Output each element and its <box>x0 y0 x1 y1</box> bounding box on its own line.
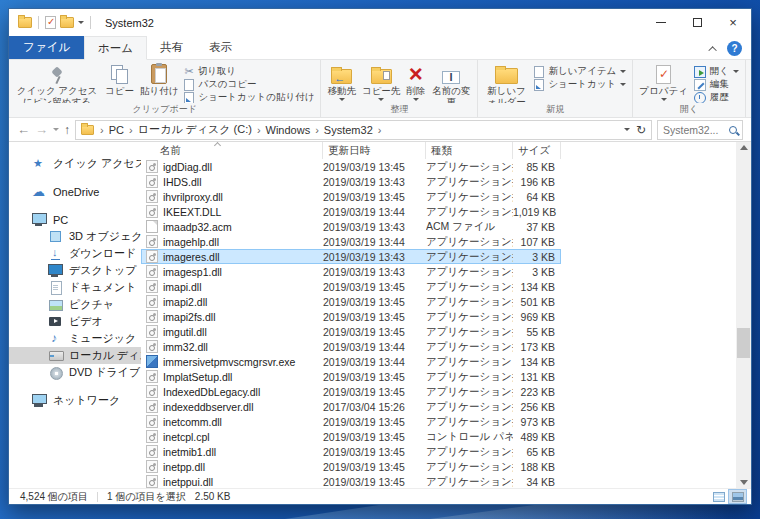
sidebar-item-label: クイック アクセス <box>53 156 141 171</box>
sidebar-item[interactable]: ピクチャ <box>9 296 141 313</box>
file-row[interactable]: imagehlp.dll 2019/03/19 13:44 アプリケーション拡張… <box>141 234 561 249</box>
sidebar-item[interactable]: クイック アクセス <box>9 155 141 172</box>
column-header-size[interactable]: サイズ <box>513 142 561 159</box>
forward-button[interactable]: → <box>35 123 48 136</box>
paste-shortcut-button[interactable]: ショートカットの貼り付け <box>181 91 317 103</box>
select-none-button[interactable]: 選択解除 <box>749 78 751 91</box>
close-icon: × <box>729 16 737 29</box>
file-row[interactable]: imapi2fs.dll 2019/03/19 13:45 アプリケーション拡張… <box>141 309 561 324</box>
sidebar-item[interactable]: OneDrive <box>9 183 141 200</box>
sidebar-item[interactable]: デスクトップ <box>9 262 141 279</box>
file-row[interactable]: IHDS.dll 2019/03/19 13:43 アプリケーション拡張 196… <box>141 174 561 189</box>
select-all-button[interactable]: すべて選択 <box>749 65 751 78</box>
sidebar-item[interactable]: ローカル ディスク (C:) <box>9 347 141 364</box>
copy-to-button[interactable]: コピー先 <box>359 62 403 102</box>
minimize-button[interactable] <box>643 9 679 36</box>
sidebar-item[interactable]: ネットワーク <box>9 392 141 409</box>
file-row[interactable]: IndexedDbLegacy.dll 2019/03/19 13:45 アプリ… <box>141 384 561 399</box>
column-header-type[interactable]: 種類 <box>426 142 513 159</box>
sidebar-item-icon <box>32 394 47 407</box>
breadcrumb[interactable]: › PC › ローカル ディスク (C:) › Windows › System… <box>75 120 652 140</box>
edit-button[interactable]: 編集 <box>691 78 742 91</box>
close-button[interactable]: × <box>715 9 751 36</box>
shortcut-button[interactable]: ショートカット <box>531 78 629 91</box>
collapse-ribbon-icon[interactable] <box>708 46 716 54</box>
details-view-button[interactable] <box>709 489 728 504</box>
thumbnails-view-button[interactable] <box>728 489 747 504</box>
title-bar[interactable]: System32 × <box>9 9 751 36</box>
file-row[interactable]: inetpp.dll 2019/03/19 13:45 アプリケーション拡張 1… <box>141 459 561 474</box>
delete-button[interactable]: × 削除 <box>403 62 428 102</box>
file-row[interactable]: ihvrilproxy.dll 2019/03/19 13:45 アプリケーショ… <box>141 189 561 204</box>
paste-button[interactable]: 貼り付け <box>137 62 181 98</box>
cut-button[interactable]: ✂ 切り取り <box>181 65 317 78</box>
breadcrumb-segment[interactable]: System32 <box>321 124 376 136</box>
sidebar-item[interactable]: ダウンロード <box>9 245 141 262</box>
qat-new-folder-icon[interactable] <box>60 17 74 28</box>
file-row[interactable]: ImplatSetup.dll 2019/03/19 13:45 アプリケーショ… <box>141 369 561 384</box>
tab-share[interactable]: 共有 <box>147 36 196 59</box>
sidebar-item[interactable]: ドキュメント <box>9 279 141 296</box>
file-row[interactable]: imageres.dll 2019/03/19 13:43 アプリケーション拡張… <box>141 249 561 264</box>
back-button[interactable]: ← <box>17 123 30 136</box>
delete-chevron-icon <box>413 98 419 101</box>
properties-button[interactable]: プロパティ <box>636 62 691 102</box>
sidebar-item[interactable]: 3D オブジェクト <box>9 228 141 245</box>
scroll-down-icon[interactable] <box>740 480 748 485</box>
copy-path-button[interactable]: パスのコピー <box>181 78 317 91</box>
file-row[interactable]: IKEEXT.DLL 2019/03/19 13:44 アプリケーション拡張 1… <box>141 204 561 219</box>
maximize-button[interactable] <box>679 9 715 36</box>
column-header-date[interactable]: 更新日時 <box>323 142 426 159</box>
scrollbar-track[interactable] <box>736 150 751 480</box>
help-icon[interactable]: ? <box>727 41 742 56</box>
rename-button[interactable]: 名前の変更 <box>428 62 474 103</box>
paste-shortcut-icon <box>184 92 194 104</box>
file-row[interactable]: imagesp1.dll 2019/03/19 13:43 アプリケーション拡張… <box>141 264 561 279</box>
tab-view[interactable]: 表示 <box>196 36 245 59</box>
file-row[interactable]: imgutil.dll 2019/03/19 13:45 アプリケーション拡張 … <box>141 324 561 339</box>
breadcrumb-segment[interactable]: ローカル ディスク (C:) <box>135 122 255 137</box>
new-item-button[interactable]: 新しいアイテム <box>531 65 629 78</box>
move-to-button[interactable]: ← 移動先 <box>324 62 359 102</box>
file-row[interactable]: indexeddbserver.dll 2017/03/04 15:26 アプリ… <box>141 399 561 414</box>
up-button[interactable]: ↑ <box>64 124 70 136</box>
file-name: imaadp32.acm <box>163 221 232 233</box>
file-row[interactable]: imm32.dll 2019/03/19 13:44 アプリケーション拡張 17… <box>141 339 561 354</box>
invert-selection-button[interactable]: 選択の切り替え <box>749 91 751 103</box>
file-row[interactable]: inetppui.dll 2019/03/19 13:45 アプリケーション拡張… <box>141 474 561 488</box>
qat-customize-chevron-icon[interactable] <box>78 21 84 24</box>
details-view-icon <box>713 492 725 502</box>
file-row[interactable]: imapi2.dll 2019/03/19 13:45 アプリケーション拡張 5… <box>141 294 561 309</box>
pin-to-quick-access-button[interactable]: クイック アクセスにピン留めする <box>12 62 102 103</box>
file-row[interactable]: immersivetpmvscmgrsvr.exe 2019/03/19 13:… <box>141 354 561 369</box>
file-row[interactable]: imaadp32.acm 2019/03/19 13:43 ACM ファイル 3… <box>141 219 561 234</box>
search-input[interactable]: System32... <box>657 120 743 140</box>
refresh-icon[interactable]: ↻ <box>636 124 646 136</box>
file-size: 1,019 KB <box>513 206 559 218</box>
file-row[interactable]: igdDiag.dll 2019/03/19 13:45 アプリケーション拡張 … <box>141 159 561 174</box>
tab-file[interactable]: ファイル <box>9 36 84 59</box>
file-row[interactable]: inetcpl.cpl 2019/03/19 13:45 コントロール パネル項… <box>141 429 561 444</box>
file-row[interactable]: imapi.dll 2019/03/19 13:45 アプリケーション拡張 13… <box>141 279 561 294</box>
file-size: 173 KB <box>513 341 559 353</box>
recent-locations-chevron-icon[interactable] <box>53 128 59 131</box>
file-row[interactable]: inetmib1.dll 2019/03/19 13:45 アプリケーション拡張… <box>141 444 561 459</box>
copy-button[interactable]: コピー <box>102 62 137 98</box>
breadcrumb-segment[interactable]: Windows <box>263 124 314 136</box>
open-button[interactable]: 開く <box>691 65 742 78</box>
new-folder-button[interactable]: 新しいフォルダー <box>481 62 531 103</box>
history-button[interactable]: 履歴 <box>691 91 742 103</box>
sidebar-item[interactable]: ミュージック <box>9 330 141 347</box>
column-header-name[interactable]: 名前 <box>141 142 323 159</box>
desktop-wallpaper: System32 × ファイル ホーム 共有 表示 ? <box>0 0 760 519</box>
breadcrumb-segment[interactable]: PC <box>106 124 127 136</box>
address-dropdown-chevron-icon[interactable] <box>624 128 630 131</box>
sidebar-item[interactable]: PC <box>9 211 141 228</box>
sidebar-item[interactable]: DVD ドライブ (D:) CCC <box>9 364 141 381</box>
vertical-scrollbar[interactable] <box>736 142 751 488</box>
sidebar-item[interactable]: ビデオ <box>9 313 141 330</box>
scrollbar-thumb[interactable] <box>737 328 750 358</box>
file-row[interactable]: inetcomm.dll 2019/03/19 13:45 アプリケーション拡張… <box>141 414 561 429</box>
qat-properties-icon[interactable] <box>45 16 56 29</box>
tab-home[interactable]: ホーム <box>84 36 147 60</box>
